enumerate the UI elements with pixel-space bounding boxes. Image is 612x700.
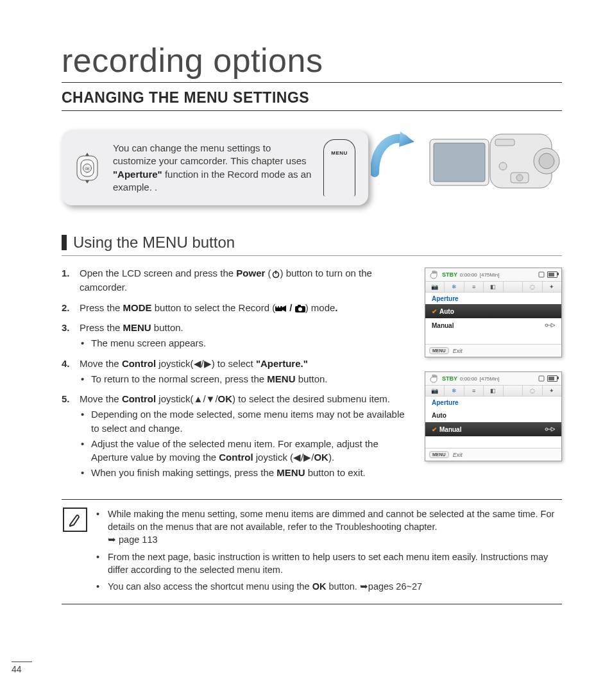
icon-bar: 📷 ❄ ≡ ◧ ◌ ✦ xyxy=(425,282,561,293)
battery-icon xyxy=(547,271,557,278)
step5-bullet-1: Depending on the mode selected, some men… xyxy=(80,407,413,436)
camera-icon xyxy=(295,305,305,312)
menu-row2-label: Manual xyxy=(439,426,461,433)
step3-c: button. xyxy=(151,322,183,333)
note-1: While making the menu setting, some menu… xyxy=(95,508,562,547)
step4-b1c: button. xyxy=(295,373,327,384)
callout-text-pre: You can change the menu settings to cust… xyxy=(113,142,307,166)
check-icon: ✔ xyxy=(432,426,437,433)
step2-f: . xyxy=(335,302,337,313)
svg-point-28 xyxy=(545,428,548,431)
footer-menu-pill: MENU xyxy=(429,347,449,354)
camcorder-illustration xyxy=(427,128,562,198)
svg-marker-19 xyxy=(282,305,286,312)
n3b: OK xyxy=(312,581,327,592)
svg-point-11 xyxy=(539,153,554,169)
step2-b: MODE xyxy=(123,302,152,313)
section-heading: CHANGING THE MENU SETTINGS xyxy=(62,89,562,111)
step2-a: Press the xyxy=(80,302,123,313)
svg-rect-25 xyxy=(539,272,544,277)
step5-d: OK xyxy=(218,393,233,404)
step3-a: Press the xyxy=(80,322,123,333)
menu-row-auto: ✔Auto xyxy=(425,304,561,318)
step5-b: Control xyxy=(122,393,156,404)
svg-text:OK: OK xyxy=(85,166,90,170)
step4-bullet-1: To return to the normal screen, press th… xyxy=(80,372,413,386)
lcd-screenshot-1: STBY 0:00:00 [475Min] 📷 ❄ ≡ ◧ ◌ xyxy=(425,268,562,357)
note-3: You can also access the shortcut menu us… xyxy=(95,580,562,593)
remain-label: [475Min] xyxy=(480,272,500,278)
menu-row2-label: Manual xyxy=(432,322,454,329)
hand-point-icon xyxy=(545,321,556,329)
note-icon xyxy=(63,508,87,532)
step-5: Move the Control joystick(▲/▼/OK) to sel… xyxy=(62,392,413,480)
svg-rect-27 xyxy=(539,376,544,381)
menu-row-manual: Manual xyxy=(425,318,561,332)
remain-label: [475Min] xyxy=(480,376,500,382)
arrow-icon xyxy=(371,128,416,183)
note-box: While making the menu setting, some menu… xyxy=(62,499,562,604)
step1-a: Open the LCD screen and press the xyxy=(80,268,236,278)
step5-c: joystick(▲/▼/ xyxy=(156,393,217,404)
menu-row1-label: Auto xyxy=(439,308,454,315)
time-label: 0:00:00 xyxy=(460,376,477,382)
step5-e: ) to select the desired submenu item. xyxy=(232,393,390,404)
svg-point-15 xyxy=(516,175,523,181)
svg-point-26 xyxy=(545,324,548,327)
step5-bullet-2: Adjust the value of the selected menu it… xyxy=(80,437,413,465)
svg-point-13 xyxy=(499,162,507,170)
time-label: 0:00:00 xyxy=(460,272,477,278)
menu-row-manual: ✔Manual xyxy=(425,422,561,436)
step4-c: joystick(◀/▶) to select xyxy=(156,358,256,369)
svg-rect-8 xyxy=(434,143,485,182)
s5b3b: MENU xyxy=(276,467,305,478)
icon-bar: 📷 ❄ ≡ ◧ ◌ ✦ xyxy=(425,386,561,397)
n1a: While making the menu setting, some menu… xyxy=(108,509,554,532)
step-3: Press the MENU button. The menu screen a… xyxy=(62,321,413,350)
svg-point-20 xyxy=(276,305,278,307)
footer-exit: Exit xyxy=(453,348,463,354)
card-icon xyxy=(538,271,545,278)
step4-a: Move the xyxy=(80,358,122,369)
s5b2c: joystick (◀/▶/ xyxy=(253,452,314,463)
svg-rect-23 xyxy=(298,305,301,307)
step-1: Open the LCD screen and press the Power … xyxy=(62,266,413,295)
page-title: recording options xyxy=(62,41,562,83)
power-icon xyxy=(271,269,280,278)
step2-e: ) mode xyxy=(305,302,336,313)
lcd-screenshot-2: STBY 0:00:00 [475Min] 📷 ❄ ≡ ◧ ◌ xyxy=(425,371,562,461)
page-number: 44 xyxy=(12,662,32,674)
hand-icon xyxy=(429,270,439,279)
video-icon xyxy=(275,305,287,312)
s5b2d: OK xyxy=(314,452,328,463)
step3-bullet-1: The menu screen appears. xyxy=(80,336,413,350)
step5-a: Move the xyxy=(80,393,122,404)
stby-label: STBY xyxy=(442,375,457,382)
note-2: From the next page, basic instruction is… xyxy=(95,551,562,577)
svg-point-24 xyxy=(298,307,302,311)
s5b2e: ). xyxy=(328,452,334,463)
step2-d: / xyxy=(287,302,295,313)
hand-icon xyxy=(429,374,439,383)
svg-point-21 xyxy=(279,305,281,307)
callout-text: You can change the menu settings to cust… xyxy=(113,142,312,194)
svg-marker-6 xyxy=(399,132,414,147)
step1-c: ( xyxy=(265,268,271,278)
stby-label: STBY xyxy=(442,271,457,278)
menu-button-illustration: MENU xyxy=(323,139,355,196)
battery-icon xyxy=(547,375,557,382)
step2-c: button to select the Record ( xyxy=(152,302,276,313)
hand-point-icon xyxy=(545,425,556,433)
callout-text-bold: "Aperture" xyxy=(113,169,162,180)
step4-d: "Aperture." xyxy=(256,358,308,369)
n3a: You can also access the shortcut menu us… xyxy=(108,581,312,592)
n3c: button. ➥pages 26~27 xyxy=(326,581,422,592)
s5b3a: When you finish making settings, press t… xyxy=(91,467,276,478)
subsection-heading: Using the MENU button xyxy=(62,234,562,256)
menu-title: Aperture xyxy=(425,293,561,304)
subsection-heading-text: Using the MENU button xyxy=(73,234,235,252)
step4-b1b: MENU xyxy=(267,373,295,384)
svg-rect-12 xyxy=(495,139,514,146)
step-4: Move the Control joystick(◀/▶) to select… xyxy=(62,357,413,386)
n1b: ➥ page 113 xyxy=(108,534,158,545)
